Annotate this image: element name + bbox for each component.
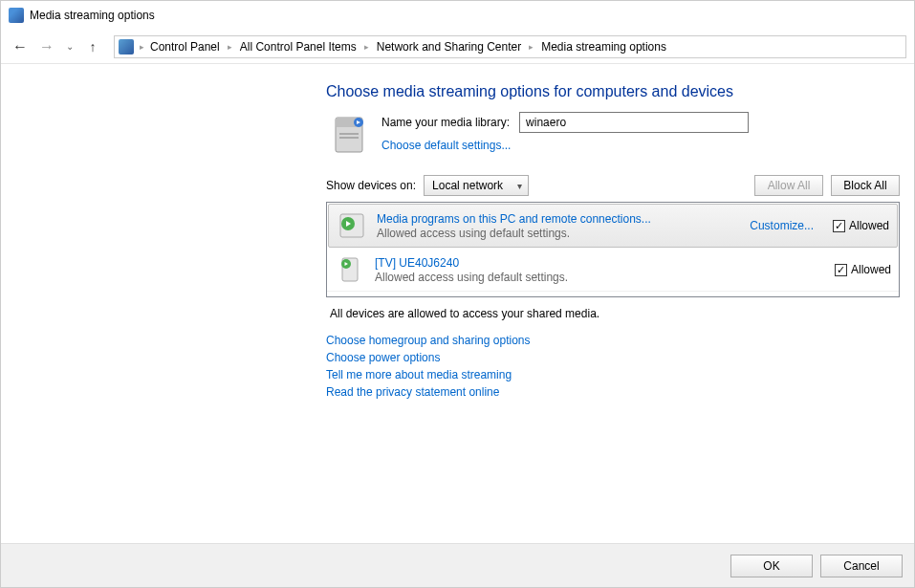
main-content: Choose media streaming options for compu… — [1, 64, 914, 399]
chevron-right-icon: ▸ — [527, 42, 535, 52]
allowed-checkbox[interactable]: ✓ — [833, 220, 845, 232]
device-name-link[interactable]: [TV] UE40J6240 — [375, 256, 825, 270]
allowed-checkbox-wrap[interactable]: ✓ Allowed — [833, 219, 889, 232]
back-button[interactable]: ← — [9, 35, 32, 58]
breadcrumb-network[interactable]: Network and Sharing Center — [373, 38, 525, 55]
power-options-link[interactable]: Choose power options — [326, 351, 914, 364]
forward-button: → — [35, 35, 58, 58]
block-all-button[interactable]: Block All — [831, 175, 900, 196]
homegroup-link[interactable]: Choose homegroup and sharing options — [326, 334, 914, 347]
titlebar: Media streaming options — [1, 1, 914, 30]
more-info-link[interactable]: Tell me more about media streaming — [326, 368, 914, 381]
media-program-icon — [337, 210, 367, 241]
allow-all-button[interactable]: Allow All — [754, 175, 823, 196]
device-item[interactable]: Media programs on this PC and remote con… — [328, 204, 898, 248]
chevron-right-icon: ▸ — [138, 42, 146, 52]
tv-device-icon — [335, 254, 365, 285]
allowed-label: Allowed — [849, 219, 889, 232]
navigation-bar: ← → ⌄ ↑ ▸ Control Panel ▸ All Control Pa… — [1, 30, 914, 64]
allowed-checkbox[interactable]: ✓ — [835, 264, 847, 276]
privacy-link[interactable]: Read the privacy statement online — [326, 385, 914, 399]
svg-rect-3 — [339, 133, 359, 135]
related-links: Choose homegroup and sharing options Cho… — [326, 334, 914, 399]
breadcrumb: Control Panel ▸ All Control Panel Items … — [146, 38, 670, 55]
device-name-link[interactable]: Media programs on this PC and remote con… — [377, 212, 740, 226]
summary-text: All devices are allowed to access your s… — [330, 307, 914, 320]
allowed-label: Allowed — [851, 263, 891, 276]
cancel-button[interactable]: Cancel — [820, 555, 903, 577]
customize-link[interactable]: Customize... — [750, 219, 814, 232]
chevron-right-icon: ▸ — [226, 42, 234, 52]
footer: OK Cancel — [1, 543, 914, 587]
window-title: Media streaming options — [30, 9, 155, 22]
chevron-right-icon: ▸ — [362, 42, 371, 52]
library-name-label: Name your media library: — [381, 116, 510, 129]
svg-rect-4 — [339, 137, 359, 139]
breadcrumb-media-streaming[interactable]: Media streaming options — [537, 38, 670, 55]
show-devices-dropdown[interactable]: Local network — [424, 175, 529, 196]
page-heading: Choose media streaming options for compu… — [326, 83, 914, 100]
library-icon — [326, 112, 372, 158]
window-icon — [9, 8, 24, 23]
breadcrumb-all-items[interactable]: All Control Panel Items — [236, 38, 360, 55]
library-section: Name your media library: Choose default … — [326, 112, 914, 158]
device-status: Allowed access using default settings. — [377, 227, 740, 240]
history-dropdown[interactable]: ⌄ — [62, 41, 77, 52]
choose-default-link[interactable]: Choose default settings... — [381, 139, 749, 152]
breadcrumb-control-panel[interactable]: Control Panel — [146, 38, 224, 55]
show-devices-label: Show devices on: — [326, 179, 416, 192]
device-status: Allowed access using default settings. — [375, 271, 825, 284]
allowed-checkbox-wrap[interactable]: ✓ Allowed — [835, 263, 891, 276]
address-icon — [119, 39, 134, 54]
library-name-input[interactable] — [519, 112, 749, 133]
up-button[interactable]: ↑ — [81, 35, 104, 58]
device-item[interactable]: [TV] UE40J6240 Allowed access using defa… — [327, 249, 899, 292]
ok-button[interactable]: OK — [730, 555, 813, 577]
dropdown-value: Local network — [432, 179, 503, 192]
address-bar[interactable]: ▸ Control Panel ▸ All Control Panel Item… — [114, 35, 906, 58]
device-list[interactable]: Media programs on this PC and remote con… — [326, 202, 900, 297]
